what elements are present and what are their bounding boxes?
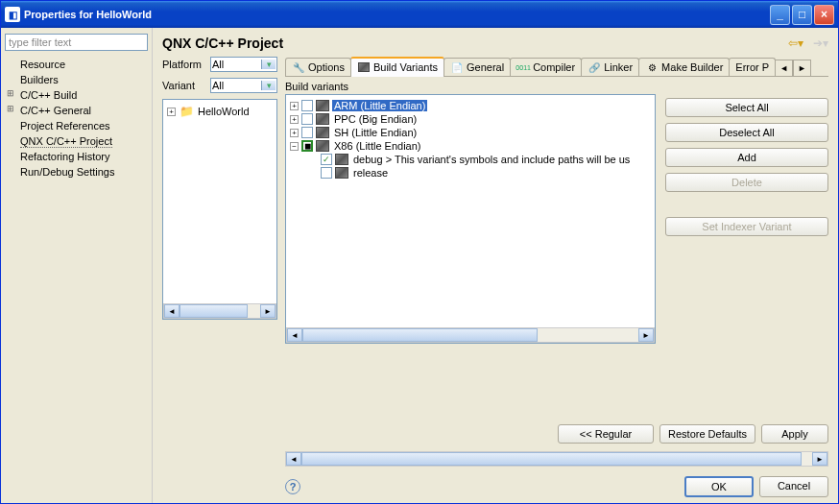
checkbox[interactable] xyxy=(301,113,313,125)
builder-icon: ⚙ xyxy=(645,61,659,73)
collapse-icon[interactable]: − xyxy=(290,142,299,151)
category-project-references[interactable]: Project References xyxy=(5,118,148,133)
tab-scroll-left[interactable]: ◄ xyxy=(775,60,793,76)
folder-icon: 📁 xyxy=(180,105,194,118)
add-button[interactable]: Add xyxy=(665,148,828,167)
tab-scroll-right[interactable]: ► xyxy=(793,60,811,76)
variant-debug[interactable]: debug > This variant's symbols and inclu… xyxy=(351,154,632,165)
maximize-button[interactable]: □ xyxy=(792,5,812,25)
category-qnx-project[interactable]: QNX C/C++ Project xyxy=(5,133,148,149)
checkbox[interactable] xyxy=(321,167,332,179)
expand-icon[interactable]: + xyxy=(290,102,299,110)
checkbox[interactable] xyxy=(301,127,313,138)
expand-icon[interactable]: + xyxy=(167,108,176,116)
variants-label: Build variants xyxy=(285,81,656,92)
category-cpp-general[interactable]: C/C++ General xyxy=(5,103,148,118)
link-icon: 🔗 xyxy=(587,61,601,73)
restore-defaults-button[interactable]: Restore Defaults xyxy=(659,424,755,444)
tab-make-builder[interactable]: ⚙Make Builder xyxy=(638,58,730,76)
category-run-debug[interactable]: Run/Debug Settings xyxy=(5,164,148,180)
chip-icon xyxy=(316,127,329,138)
cancel-button[interactable]: Cancel xyxy=(759,476,828,497)
scroll-left-button[interactable]: ◄ xyxy=(287,328,302,342)
chip-icon xyxy=(357,61,371,73)
chip-icon xyxy=(335,154,348,165)
binary-icon: 0011 xyxy=(516,61,530,73)
file-icon: 📄 xyxy=(450,61,464,73)
apply-button[interactable]: Apply xyxy=(761,424,828,444)
scroll-left-button[interactable]: ◄ xyxy=(286,452,301,466)
app-icon: ◧ xyxy=(5,7,20,22)
select-all-button[interactable]: Select All xyxy=(665,98,828,117)
scrollbar-thumb[interactable] xyxy=(302,328,538,342)
window-title: Properties for HelloWorld xyxy=(24,9,770,20)
variant-select[interactable]: All▾ xyxy=(210,78,277,93)
category-builders[interactable]: Builders xyxy=(5,72,148,87)
scroll-right-button[interactable]: ► xyxy=(812,452,827,466)
checkbox[interactable]: ✓ xyxy=(321,154,332,165)
tab-linker[interactable]: 🔗Linker xyxy=(581,58,639,76)
checkbox[interactable] xyxy=(301,100,313,111)
expand-icon[interactable]: + xyxy=(290,129,299,137)
minimize-button[interactable]: _ xyxy=(770,5,790,25)
variant-arm[interactable]: ARM (Little Endian) xyxy=(332,100,427,111)
tab-build-variants[interactable]: Build Variants xyxy=(350,57,444,77)
chip-icon xyxy=(316,140,329,152)
scroll-left-button[interactable]: ◄ xyxy=(164,304,180,318)
scrollbar-thumb[interactable] xyxy=(301,452,802,466)
category-refactoring[interactable]: Refactoring History xyxy=(5,149,148,164)
platform-label: Platform xyxy=(162,59,210,70)
nav-back-button[interactable]: ⇦▾ xyxy=(788,36,803,50)
variant-ppc[interactable]: PPC (Big Endian) xyxy=(332,113,419,125)
chip-icon xyxy=(316,100,329,111)
variant-label: Variant xyxy=(162,80,210,91)
close-button[interactable]: × xyxy=(814,5,834,25)
variant-release[interactable]: release xyxy=(351,167,390,179)
category-tree: Resource Builders C/C++ Build C/C++ Gene… xyxy=(5,57,148,180)
variants-tree: + ARM (Little Endian) + PPC (Big Endian) xyxy=(285,94,656,344)
platform-select[interactable]: All▾ xyxy=(210,57,277,72)
chip-icon xyxy=(335,167,348,179)
tab-options[interactable]: 🔧Options xyxy=(285,58,351,76)
set-indexer-button: Set Indexer Variant xyxy=(665,217,828,236)
nav-forward-button: ➔▾ xyxy=(813,36,828,50)
project-name[interactable]: HelloWorld xyxy=(198,106,250,117)
category-resource[interactable]: Resource xyxy=(5,57,148,72)
regular-button[interactable]: << Regular xyxy=(558,424,654,444)
delete-button: Delete xyxy=(665,173,828,192)
scrollbar-thumb[interactable] xyxy=(180,304,248,318)
tab-compiler[interactable]: 0011Compiler xyxy=(510,58,582,76)
scroll-right-button[interactable]: ► xyxy=(260,304,276,318)
scroll-right-button[interactable]: ► xyxy=(638,328,654,342)
project-tree: + 📁 HelloWorld ◄ ► xyxy=(162,99,277,320)
wrench-icon: 🔧 xyxy=(292,61,305,73)
help-icon[interactable]: ? xyxy=(285,479,300,494)
checkbox[interactable]: ◼ xyxy=(301,140,313,152)
variant-sh[interactable]: SH (Little Endian) xyxy=(332,127,419,138)
chip-icon xyxy=(316,113,329,125)
category-cpp-build[interactable]: C/C++ Build xyxy=(5,87,148,103)
variant-x86[interactable]: X86 (Little Endian) xyxy=(332,140,423,152)
page-title: QNX C/C++ Project xyxy=(162,36,283,51)
filter-input[interactable] xyxy=(5,34,148,51)
expand-icon[interactable]: + xyxy=(290,115,299,124)
tabs-row: 🔧Options Build Variants 📄General 0011Com… xyxy=(285,57,828,77)
tab-error-parser[interactable]: Error P xyxy=(729,58,776,76)
tab-general[interactable]: 📄General xyxy=(443,58,511,76)
ok-button[interactable]: OK xyxy=(684,476,754,497)
deselect-all-button[interactable]: Deselect All xyxy=(665,123,828,142)
